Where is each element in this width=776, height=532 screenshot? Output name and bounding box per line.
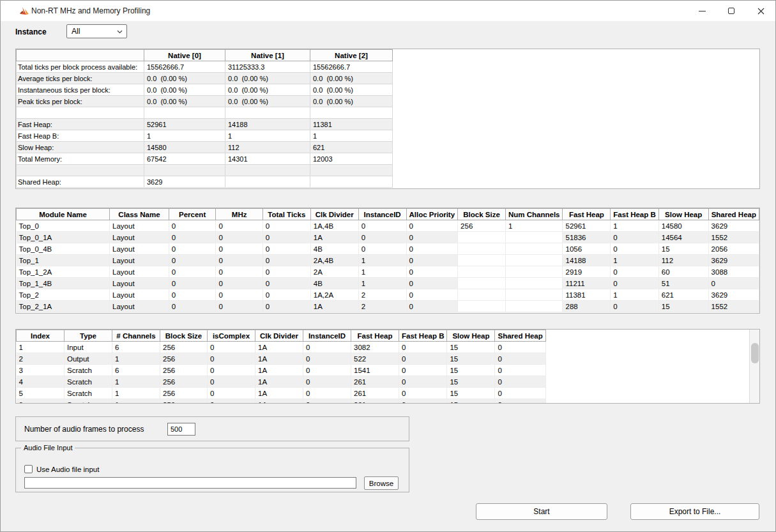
table-cell[interactable]: 4 xyxy=(17,376,65,388)
table-cell[interactable]: 0 xyxy=(406,278,458,289)
table-cell[interactable]: 1A xyxy=(255,376,303,388)
table-cell[interactable] xyxy=(310,165,393,176)
table-row[interactable]: Top_0_1ALayout0001A00518360145641552 xyxy=(17,232,759,243)
table-cell[interactable]: 14301 xyxy=(225,153,310,165)
table-cell[interactable]: 2A,4B xyxy=(310,255,358,266)
table-cell[interactable]: 6 xyxy=(112,365,160,376)
column-header[interactable]: Shared Heap xyxy=(708,209,759,220)
column-header[interactable]: Total Ticks xyxy=(262,209,310,220)
column-header[interactable]: Fast Heap xyxy=(563,209,611,220)
instance-dropdown[interactable]: All xyxy=(66,24,127,38)
table-cell[interactable]: 0 xyxy=(399,353,447,365)
table-row[interactable]: 5Scratch125601A02610150 xyxy=(17,388,546,399)
column-header[interactable]: Index xyxy=(17,330,65,342)
table-cell[interactable]: 0.0 (0.00 %) xyxy=(144,96,225,107)
minimize-button[interactable] xyxy=(687,1,717,21)
table-cell[interactable]: 14580 xyxy=(144,142,225,153)
table-row[interactable]: Top_0Layout0001A,4B002561529611145803629 xyxy=(17,220,759,232)
table-cell[interactable]: 1 xyxy=(144,130,225,142)
browse-button[interactable]: Browse xyxy=(364,476,399,490)
use-audio-file-checkbox[interactable] xyxy=(24,465,33,473)
table-cell[interactable] xyxy=(505,232,563,243)
table-cell[interactable]: 0 xyxy=(611,266,658,278)
table-cell[interactable]: 12003 xyxy=(310,153,393,165)
table-cell[interactable]: Top_1_2A xyxy=(17,266,110,278)
table-row[interactable]: Peak ticks per block:0.0 (0.00 %)0.0 (0.… xyxy=(17,96,393,107)
table-row[interactable]: 4Scratch125601A02610150 xyxy=(17,376,546,388)
table-cell[interactable]: 1 xyxy=(611,255,658,266)
table-cell[interactable] xyxy=(17,107,144,119)
table-cell[interactable]: 0 xyxy=(406,266,458,278)
table-cell[interactable]: 0 xyxy=(262,301,310,312)
table-cell[interactable] xyxy=(505,278,563,289)
table-cell[interactable]: 1A xyxy=(255,399,303,404)
table-cell[interactable]: 0 xyxy=(399,399,447,404)
table-cell[interactable]: Fast Heap B: xyxy=(17,130,144,142)
table-cell[interactable]: 1A xyxy=(255,365,303,376)
table-cell[interactable]: 2 xyxy=(17,353,65,365)
table-cell[interactable]: 0 xyxy=(208,365,255,376)
table-cell[interactable] xyxy=(458,266,506,278)
table-cell[interactable]: 0 xyxy=(406,243,458,255)
table-cell[interactable]: 0.0 (0.00 %) xyxy=(225,96,310,107)
table-cell[interactable]: 0 xyxy=(262,289,310,301)
table-cell[interactable]: 14580 xyxy=(658,220,708,232)
table-cell[interactable]: 288 xyxy=(563,301,611,312)
table-cell[interactable]: Instantaneous ticks per block: xyxy=(17,84,144,96)
table-cell[interactable]: 15 xyxy=(447,353,495,365)
table-cell[interactable]: 0 xyxy=(208,376,255,388)
table-cell[interactable]: 0 xyxy=(216,255,262,266)
table-row[interactable] xyxy=(17,107,393,119)
table-cell[interactable]: Scratch xyxy=(65,376,112,388)
table-cell[interactable] xyxy=(458,289,506,301)
table-cell[interactable]: Layout xyxy=(110,266,169,278)
table-cell[interactable]: Layout xyxy=(110,278,169,289)
table-cell[interactable]: 261 xyxy=(351,376,399,388)
table-cell[interactable] xyxy=(17,165,144,176)
table-cell[interactable]: 0 xyxy=(708,278,759,289)
table-cell[interactable]: 621 xyxy=(658,289,708,301)
table-cell[interactable]: 3082 xyxy=(351,342,399,353)
table-cell[interactable]: 52961 xyxy=(563,220,611,232)
table-cell[interactable] xyxy=(225,176,310,188)
column-header[interactable]: MHz xyxy=(216,209,262,220)
table-cell[interactable]: 0 xyxy=(169,255,216,266)
table-cell[interactable]: 1A xyxy=(255,342,303,353)
close-button[interactable] xyxy=(746,1,775,21)
table-cell[interactable]: 1 xyxy=(112,376,160,388)
table-cell[interactable]: 0 xyxy=(303,388,351,399)
column-header[interactable]: Shared Heap xyxy=(495,330,545,342)
table-cell[interactable] xyxy=(458,278,506,289)
table-cell[interactable]: 0.0 (0.00 %) xyxy=(225,84,310,96)
table-cell[interactable]: 1 xyxy=(112,399,160,404)
table-cell[interactable]: 15 xyxy=(658,243,708,255)
table-cell[interactable]: 1A xyxy=(255,388,303,399)
table-cell[interactable]: 0 xyxy=(406,255,458,266)
table-cell[interactable]: 0 xyxy=(216,278,262,289)
column-header[interactable]: # Channels xyxy=(112,330,160,342)
column-header[interactable]: Native [2] xyxy=(310,50,393,61)
column-header[interactable]: Clk Divider xyxy=(310,209,358,220)
table-cell[interactable]: 1 xyxy=(17,342,65,353)
table-cell[interactable]: 1 xyxy=(358,266,406,278)
table-cell[interactable]: 0 xyxy=(399,388,447,399)
table-row[interactable]: Instantaneous ticks per block:0.0 (0.00 … xyxy=(17,84,393,96)
table-cell[interactable]: Top_0_1A xyxy=(17,232,110,243)
start-button[interactable]: Start xyxy=(476,503,607,520)
table-cell[interactable]: Total Memory: xyxy=(17,153,144,165)
table-cell[interactable]: Layout xyxy=(110,232,169,243)
table-cell[interactable] xyxy=(505,266,563,278)
column-header[interactable]: Num Channels xyxy=(505,209,563,220)
table-cell[interactable] xyxy=(225,107,310,119)
table-cell[interactable]: 14564 xyxy=(658,232,708,243)
table-cell[interactable]: 0 xyxy=(611,243,658,255)
table-cell[interactable]: Fast Heap: xyxy=(17,119,144,130)
table-cell[interactable]: Top_1 xyxy=(17,255,110,266)
table-cell[interactable]: 3629 xyxy=(708,220,759,232)
table-cell[interactable]: 15 xyxy=(447,388,495,399)
table-row[interactable]: 2Output125601A05220150 xyxy=(17,353,546,365)
table-cell[interactable]: 0 xyxy=(216,220,262,232)
table-cell[interactable]: 6 xyxy=(17,399,65,404)
table-cell[interactable]: Scratch xyxy=(65,388,112,399)
table-cell[interactable]: 2919 xyxy=(563,266,611,278)
